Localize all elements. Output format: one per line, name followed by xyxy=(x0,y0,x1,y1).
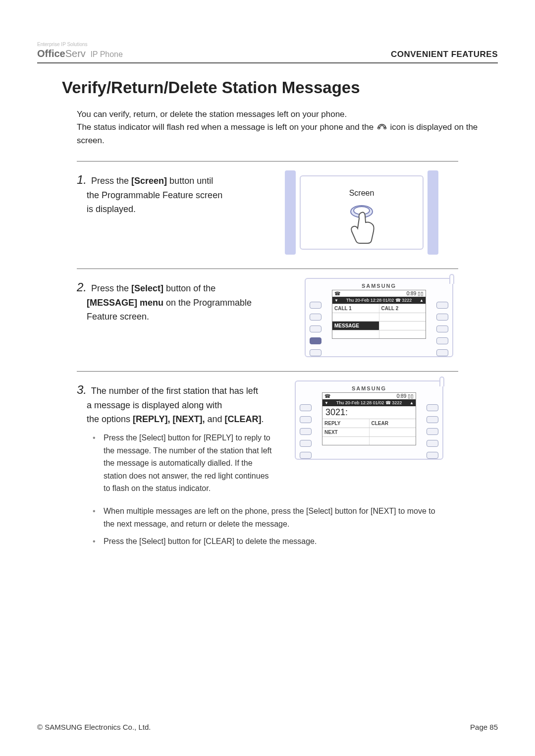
step-3-part-c: the options xyxy=(87,414,133,424)
select-button xyxy=(436,302,448,309)
select-button xyxy=(436,325,448,332)
select-button xyxy=(427,404,438,411)
phone-device-a: SAMSUNG ☎ xyxy=(305,278,453,357)
status-indicator: 0:89 ▯▯ xyxy=(407,291,424,296)
cell-empty xyxy=(332,330,379,338)
step-2-num: 2. xyxy=(77,280,87,294)
select-button xyxy=(300,428,312,435)
intro-line2b: icon is displayed on the xyxy=(390,122,478,132)
select-button xyxy=(427,440,438,447)
up-triangle-icon: ▲ xyxy=(410,401,414,405)
screen-grid: CALL 1CALL 2 MESSAGE xyxy=(332,304,426,338)
down-triangle-icon: ▼ xyxy=(324,401,328,405)
step-2-part-b: button of the xyxy=(163,283,215,293)
step-3-illustration: SAMSUNG ☎ xyxy=(295,380,453,500)
cell-next: NEXT xyxy=(322,428,370,436)
cell-empty xyxy=(370,437,416,445)
select-button xyxy=(427,416,438,423)
finger-press-icon xyxy=(344,204,379,250)
bullet-reply: Press the [Select] button for [REPLY] to… xyxy=(93,432,275,495)
status-indicator: 0:89 ▯▯ xyxy=(397,393,414,399)
intro-line2a: The status indicator will flash red when… xyxy=(77,122,376,132)
step-2-bold-b: [MESSAGE] menu xyxy=(87,298,163,308)
intro-paragraph: You can verify, return, or delete the st… xyxy=(77,108,483,147)
screen-grid: REPLYCLEAR NEXT xyxy=(322,419,416,445)
date-text: Thu 20-Feb 12:28 01/02 ☎ 3222 xyxy=(346,298,412,303)
logo-ip: IP Phone xyxy=(90,50,123,58)
device-frame-left xyxy=(285,170,296,255)
device-inner: Screen xyxy=(300,175,424,250)
antenna-icon xyxy=(449,274,454,284)
step-1-text: 1. Press the [Screen] button until the P… xyxy=(77,170,265,255)
step-1-part-a: Press the xyxy=(91,176,131,186)
step-3-bold-a: [REPLY], [NEXT], xyxy=(133,414,205,424)
step-2-illustration: SAMSUNG ☎ xyxy=(305,278,463,357)
side-buttons-right xyxy=(427,404,438,464)
step-2-bold-a: [Select] xyxy=(131,283,163,293)
select-button-active xyxy=(310,337,321,344)
select-button xyxy=(300,440,312,447)
side-buttons-left xyxy=(310,302,321,361)
cell-empty xyxy=(370,428,416,436)
cell-clear: CLEAR xyxy=(370,419,416,428)
page: Enterprise IP Solutions OfficeServ IP Ph… xyxy=(0,0,535,756)
divider xyxy=(77,269,458,269)
logo-tagline: Enterprise IP Solutions xyxy=(37,42,123,47)
page-footer: © SAMSUNG Electronics Co., Ltd. Page 85 xyxy=(37,723,498,731)
step-3-part-a: The number of the first station that has… xyxy=(91,386,258,396)
step-1-illustration: Screen xyxy=(285,170,443,255)
logo-rest: Serv xyxy=(65,48,86,59)
intro-line3: screen. xyxy=(77,136,105,145)
step-3-num: 3. xyxy=(77,383,87,396)
date-text: Thu 20-Feb 12:28 01/02 ☎ 3222 xyxy=(336,400,402,405)
press-button-diagram: Screen xyxy=(285,170,438,255)
select-button xyxy=(427,452,438,459)
step-2-part-d: Feature screen. xyxy=(87,312,149,322)
cell-empty xyxy=(379,330,426,338)
logo-bold: Office xyxy=(37,48,65,59)
step-1-part-d: is displayed. xyxy=(87,204,136,214)
cell-call2: CALL 2 xyxy=(379,304,426,313)
phone-device-b: SAMSUNG ☎ xyxy=(295,380,443,460)
side-buttons-right xyxy=(436,302,448,361)
phone-icon xyxy=(377,122,387,135)
svg-rect-1 xyxy=(384,127,386,129)
cell-empty xyxy=(332,313,379,321)
up-triangle-icon: ▲ xyxy=(420,298,424,303)
step-1-bold-a: [Screen] xyxy=(131,176,167,186)
bullet-clear: Press the [Select] button for [CLEAR] to… xyxy=(93,535,439,548)
select-button xyxy=(436,349,448,356)
footer-page-number: Page 85 xyxy=(470,723,498,731)
svg-rect-0 xyxy=(378,127,380,129)
device-screen: ☎ 0:89 ▯▯ ▼ Thu 20-Feb 12:28 01/02 ☎ 322… xyxy=(332,290,426,339)
date-bar: ▼ Thu 20-Feb 12:28 01/02 ☎ 3222 ▲ xyxy=(332,297,426,304)
select-button xyxy=(427,428,438,435)
select-button xyxy=(300,404,312,411)
phone-small-icon: ☎ xyxy=(324,393,330,399)
select-button xyxy=(310,349,321,356)
select-button xyxy=(436,314,448,321)
section-label: CONVENIENT FEATURES xyxy=(391,50,498,59)
step-3: 3. The number of the first station that … xyxy=(77,380,498,500)
step-2: 2. Press the [Select] button of the [MES… xyxy=(77,278,498,357)
device-brand: SAMSUNG xyxy=(309,283,449,289)
down-triangle-icon: ▼ xyxy=(334,298,338,303)
divider xyxy=(77,161,458,162)
step-3-part-d: and xyxy=(205,414,224,424)
step-1-num: 1. xyxy=(77,173,87,186)
screen-topbar: ☎ 0:89 ▯▯ xyxy=(332,290,426,297)
select-button xyxy=(300,416,312,423)
step-2-part-c: on the Programmable xyxy=(163,298,252,308)
select-button xyxy=(300,452,312,459)
logo: Enterprise IP Solutions OfficeServ IP Ph… xyxy=(37,42,123,59)
date-bar: ▼ Thu 20-Feb 12:28 01/02 ☎ 3222 ▲ xyxy=(322,399,416,406)
step-3-part-e: . xyxy=(262,414,264,424)
cell-reply: REPLY xyxy=(322,419,370,428)
step-1: 1. Press the [Screen] button until the P… xyxy=(77,170,498,255)
step-3-bold-b: [CLEAR] xyxy=(225,414,262,424)
station-number: 3021: xyxy=(322,406,416,419)
step-1-part-b: button until xyxy=(167,176,213,186)
cell-empty xyxy=(379,313,426,321)
step-3-text: 3. The number of the first station that … xyxy=(77,380,275,500)
divider xyxy=(77,371,458,372)
